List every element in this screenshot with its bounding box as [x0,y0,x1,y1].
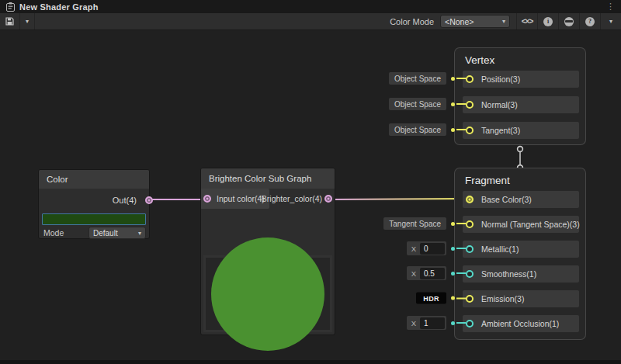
show-generated-code-button[interactable]: <×> [516,13,537,29]
node-title: Vertex [455,48,585,66]
port-dot [451,296,455,300]
node-color[interactable]: Color Out(4) Mode Default ▾ [38,169,150,239]
node-title: Color [39,170,149,189]
save-icon [5,17,14,26]
wire-stub [456,248,466,249]
space-pill: Object Space [389,123,446,136]
metallic-port[interactable] [466,245,474,253]
main-preview-icon [564,17,574,26]
color-mode-select[interactable]: Default ▾ [88,227,146,239]
slot-label: Normal(3) [481,100,518,109]
input-label: Input color(4) [217,194,265,203]
toolbar-overflow-button[interactable]: ▾ [600,13,621,29]
color-mode-value: <None> [445,17,474,26]
smoothness-value-control: X 0.5 [407,266,466,280]
normal-port[interactable] [466,101,474,109]
slot-label: Smoothness(1) [481,269,536,279]
save-asset-button[interactable] [0,13,20,29]
space-pill: Object Space [389,72,446,85]
color-out-row: Out(4) [39,189,149,212]
x-label: X [411,269,416,278]
normal-space-control: Object Space [389,98,466,110]
slot-metallic: Metallic(1) [463,241,579,258]
emission-port[interactable] [466,295,474,303]
node-brighten-color-subgraph[interactable]: Brighten Color Sub Graph Input color(4) … [200,168,335,335]
color-mode-row: Mode Default ▾ [43,227,146,239]
node-fragment[interactable]: Fragment Base Color(3) Normal (Tangent S… [454,168,586,340]
chevron-down-icon: ▾ [138,230,141,237]
ambient-occlusion-port[interactable] [466,320,474,328]
wire-stub [456,103,466,105]
chevron-down-icon: ▾ [502,18,505,25]
kebab-menu-icon[interactable]: ⋮ [606,2,615,11]
window-bottom-edge [0,360,621,364]
brighter-color-port[interactable] [324,195,332,203]
node-title: Brighten Color Sub Graph [201,168,335,189]
color-swatch[interactable] [42,213,146,225]
position-space-control: Object Space [389,72,466,85]
color-out-port[interactable] [145,196,153,204]
ambient-occlusion-value-control: X 1 [407,316,466,330]
input-color-slot: Input color(4) [201,189,269,209]
port-dot [451,77,455,81]
slot-emission: Emission(3) [463,290,579,307]
window-title: New Shader Graph [19,2,99,12]
wire-stub [456,272,466,274]
toolbar-right-group: Color Mode <None> ▾ <×> i ? ▾ [383,13,621,29]
color-mode-dropdown[interactable]: <None> ▾ [440,15,510,28]
slot-tangent: Tangent(3) [463,122,579,139]
port-dot [451,321,455,325]
slot-label: Position(3) [481,75,520,84]
emission-hdr-control: HDR [416,293,466,304]
wire-stub [456,297,466,299]
main-preview-button[interactable] [558,13,579,29]
slot-normal-tangent-space: Normal (Tangent Space)(3) [463,216,579,233]
help-button[interactable]: ? [579,13,600,29]
shader-graph-icon [6,2,15,12]
value-field: X 1 [407,316,446,330]
color-mode-label: Color Mode [383,17,440,26]
tangent-space-control: Object Space [389,123,466,136]
smoothness-value-input[interactable]: 0.5 [420,268,445,279]
normal-space-pill-control: Tangent Space [383,217,466,230]
help-icon: ? [585,17,595,26]
x-label: X [411,244,416,253]
hdr-badge[interactable]: HDR [416,293,446,304]
code-icon: <×> [522,17,533,26]
slot-smoothness: Smoothness(1) [463,265,579,283]
value-field: X 0.5 [407,266,446,280]
slot-label: Ambient Occlusion(1) [481,319,559,328]
node-title: Fragment [455,168,585,186]
port-dot [451,128,455,132]
port-dot [451,102,455,106]
smoothness-port[interactable] [466,270,474,278]
slot-label: Normal (Tangent Space)(3) [481,220,580,229]
main-toolbar: ▾ Color Mode <None> ▾ <×> i ? ▾ [0,13,621,30]
normal-tangent-port[interactable] [466,220,474,228]
info-icon: i [543,17,553,26]
ambient-occlusion-value-input[interactable]: 1 [420,317,445,329]
mode-value: Default [93,229,118,237]
node-preview [203,255,332,332]
port-dot [451,272,455,276]
save-dropdown-button[interactable]: ▾ [20,13,35,29]
wire-stub [456,322,466,324]
value-field: X 0 [407,241,446,255]
x-label: X [411,319,416,328]
port-dot [451,222,455,226]
wire-stub [456,78,466,79]
metallic-value-input[interactable]: 0 [420,243,445,255]
base-color-port[interactable] [466,196,474,203]
slot-label: Emission(3) [481,294,524,303]
mode-label: Mode [43,228,64,237]
tangent-port[interactable] [466,127,474,134]
slot-ambient-occlusion: Ambient Occlusion(1) [463,315,579,332]
out-label: Out(4) [113,196,137,205]
slot-label: Base Color(3) [481,195,532,204]
node-vertex[interactable]: Vertex Position(3) Normal(3) Tangent(3) [454,47,586,145]
input-color-port[interactable] [203,195,211,203]
space-pill: Tangent Space [383,217,446,230]
metallic-value-control: X 0 [407,241,466,255]
position-port[interactable] [466,75,474,83]
graph-inspector-button[interactable]: i [537,13,558,29]
